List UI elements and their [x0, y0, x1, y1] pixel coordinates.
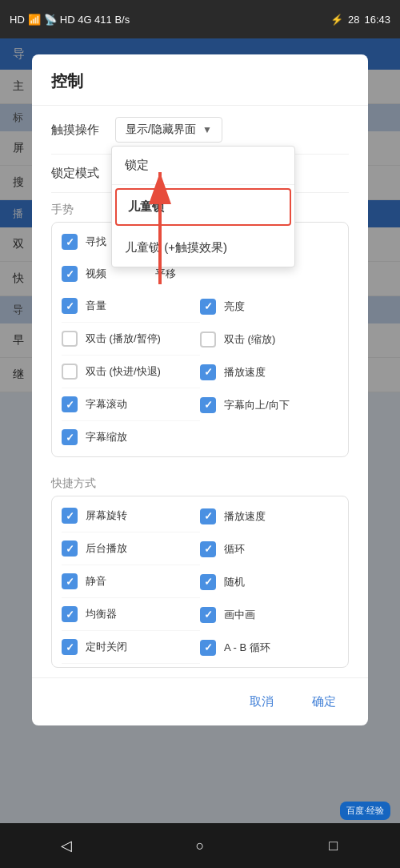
gesture-row-brightness: 亮度 — [200, 290, 338, 323]
gesture-subtitle-scroll-label: 字幕滚动 — [86, 397, 127, 412]
gesture-grid-4: 双击 (播放/暂停) 双击 (缩放) — [62, 323, 338, 356]
status-signal: 📶 — [28, 14, 41, 26]
shortcut-row-eq: 均衡器 — [62, 598, 200, 631]
shortcut-row-timer: 定时关闭 — [62, 631, 200, 664]
shortcut-random-label: 随机 — [224, 575, 245, 589]
lock-label: 锁定模式 — [51, 166, 115, 181]
gesture-grid-3: 音量 亮度 — [62, 290, 338, 323]
nav-back-btn[interactable]: ◁ — [50, 830, 82, 862]
shortcut-grid-1: 屏幕旋转 播放速度 — [62, 500, 338, 532]
shortcut-random-checkbox[interactable] — [200, 574, 216, 590]
gesture-subtitle-zoom-label: 字幕缩放 — [86, 430, 127, 444]
shortcuts-header: 快捷方式 — [51, 467, 349, 496]
shortcut-mute-checkbox[interactable] — [62, 573, 78, 589]
dropdown-item-childlock-touch[interactable]: 儿童锁 (+触摸效果) — [112, 229, 294, 267]
touch-select-btn[interactable]: 显示/隐藏界面 ▼ — [115, 117, 222, 143]
gesture-row-doubletap-zoom: 双击 (缩放) — [200, 323, 338, 356]
gesture-doubletap-ff-label: 双击 (快进/快退) — [86, 364, 161, 379]
nav-home-btn[interactable]: ○ — [184, 830, 216, 862]
status-left: HD 📶 📡 HD 4G 411 B/s — [10, 14, 130, 26]
gesture-row-doubletap-play: 双击 (播放/暂停) — [62, 323, 200, 356]
gesture-grid-6: 字幕滚动 字幕向上/向下 — [62, 388, 338, 421]
shortcut-eq-label: 均衡器 — [86, 607, 117, 621]
shortcut-row-bg: 后台播放 — [62, 532, 200, 565]
touch-label: 触摸操作 — [51, 123, 115, 138]
shortcut-bg-label: 后台播放 — [86, 541, 127, 556]
touch-setting-row: 触摸操作 显示/隐藏界面 ▼ 锁定 儿童锁 儿童锁 (+触摸效果) — [51, 106, 349, 155]
shortcut-speed-label: 播放速度 — [224, 509, 266, 524]
shortcut-ab-checkbox[interactable] — [200, 640, 216, 656]
shortcut-bg-checkbox[interactable] — [62, 540, 78, 557]
gesture-grid-7: 字幕缩放 — [62, 421, 338, 453]
shortcut-rotate-checkbox[interactable] — [62, 508, 78, 524]
shortcut-row-random: 随机 — [200, 565, 338, 598]
shortcut-ab-label: A - B 循环 — [224, 641, 270, 655]
dropdown-arrow-icon: ▼ — [202, 124, 212, 135]
shortcut-row-pip: 画中画 — [200, 598, 338, 631]
shortcut-eq-checkbox[interactable] — [62, 606, 78, 622]
shortcut-mute-label: 静音 — [86, 574, 106, 589]
shortcut-loop-checkbox[interactable] — [200, 541, 216, 557]
bottom-nav: ◁ ○ □ — [0, 823, 400, 868]
gesture-playspeed-checkbox[interactable] — [200, 364, 216, 380]
gesture-row-subtitle-scroll: 字幕滚动 — [62, 388, 200, 421]
gesture-doubletap-zoom-checkbox[interactable] — [200, 332, 216, 348]
shortcut-grid-4: 均衡器 画中画 — [62, 598, 338, 631]
gesture-brightness-checkbox[interactable] — [200, 299, 216, 315]
modal-overlay: 控制 触摸操作 显示/隐藏界面 ▼ 锁定 儿童锁 儿童锁 (+触摸效果) — [0, 38, 400, 868]
shortcut-timer-checkbox[interactable] — [62, 639, 78, 655]
dropdown-item-childlock[interactable]: 儿童锁 — [115, 188, 291, 226]
cancel-button[interactable]: 取消 — [237, 688, 286, 716]
gesture-subtitle-updown-label: 字幕向上/向下 — [224, 398, 290, 412]
nav-recent-btn[interactable]: □ — [318, 830, 350, 862]
confirm-button[interactable]: 确定 — [299, 688, 349, 716]
shortcut-row-speed: 播放速度 — [200, 500, 338, 532]
gesture-doubletap-zoom-label: 双击 (缩放) — [224, 332, 275, 347]
dialog-body: 触摸操作 显示/隐藏界面 ▼ 锁定 儿童锁 儿童锁 (+触摸效果) 锁定模式 手… — [32, 106, 368, 677]
shortcut-grid-3: 静音 随机 — [62, 565, 338, 598]
dialog: 控制 触摸操作 显示/隐藏界面 ▼ 锁定 儿童锁 儿童锁 (+触摸效果) — [32, 54, 368, 725]
status-network: HD — [10, 14, 25, 26]
gesture-row-subtitle-updown: 字幕向上/向下 — [200, 388, 338, 421]
shortcut-grid-5: 定时关闭 A - B 循环 — [62, 631, 338, 664]
status-speed: HD 4G 411 B/s — [60, 14, 130, 26]
status-bt: ⚡ — [330, 14, 343, 26]
gesture-subtitle-updown-checkbox[interactable] — [200, 397, 216, 413]
gesture-doubletap-play-label: 双击 (播放/暂停) — [86, 332, 161, 346]
shortcut-speed-checkbox[interactable] — [200, 508, 216, 524]
dropdown-item-lock[interactable]: 锁定 — [112, 147, 294, 185]
status-right: ⚡ 28 16:43 — [330, 14, 390, 26]
dialog-title: 控制 — [32, 54, 368, 106]
shortcut-grid-2: 后台播放 循环 — [62, 532, 338, 565]
shortcut-loop-label: 循环 — [224, 542, 245, 557]
watermark: 百度·经验 — [340, 802, 390, 820]
gesture-row-subtitle-zoom: 字幕缩放 — [62, 421, 200, 453]
shortcuts-box: 屏幕旋转 播放速度 后台播放 循环 — [51, 496, 349, 668]
shortcut-row-mute: 静音 — [62, 565, 200, 598]
gesture-subtitle-zoom-checkbox[interactable] — [62, 429, 78, 445]
touch-value: 显示/隐藏界面 — [126, 123, 196, 137]
gesture-doubletap-play-checkbox[interactable] — [62, 331, 78, 347]
gesture-volume-label: 音量 — [86, 299, 106, 313]
shortcut-row-ab: A - B 循环 — [200, 631, 338, 664]
dialog-footer: 取消 确定 — [32, 677, 368, 725]
shortcut-row-loop: 循环 — [200, 532, 338, 565]
status-battery: 28 — [348, 14, 359, 26]
gesture-row-volume: 音量 — [62, 290, 200, 323]
gesture-seek-checkbox[interactable] — [62, 234, 78, 250]
gesture-brightness-label: 亮度 — [224, 299, 245, 314]
shortcut-pip-checkbox[interactable] — [200, 607, 216, 623]
gesture-row-doubletap-ff: 双击 (快进/快退) — [62, 356, 200, 388]
status-wifi: 📡 — [44, 14, 57, 26]
dropdown-menu: 锁定 儿童锁 儿童锁 (+触摸效果) — [111, 146, 295, 267]
shortcut-row-rotate: 屏幕旋转 — [62, 500, 200, 532]
shortcut-rotate-label: 屏幕旋转 — [86, 508, 127, 523]
status-bar: HD 📶 📡 HD 4G 411 B/s ⚡ 28 16:43 — [0, 0, 400, 38]
shortcut-timer-label: 定时关闭 — [86, 640, 127, 654]
gesture-subtitle-scroll-checkbox[interactable] — [62, 396, 78, 412]
gesture-video-checkbox[interactable] — [62, 266, 78, 282]
gesture-row-playspeed: 播放速度 — [200, 356, 338, 388]
gesture-doubletap-ff-checkbox[interactable] — [62, 364, 78, 380]
gesture-video-label: 视频 平移 — [86, 267, 176, 281]
gesture-volume-checkbox[interactable] — [62, 298, 78, 314]
